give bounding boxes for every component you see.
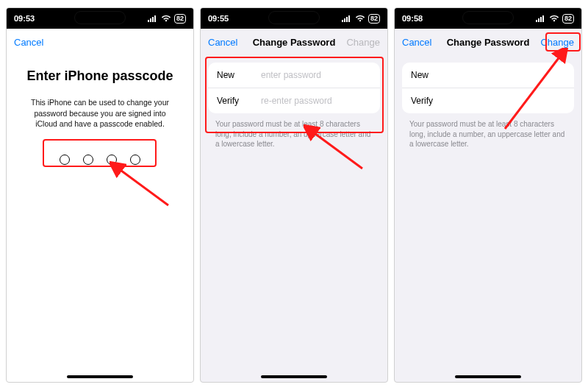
home-indicator[interactable] — [67, 375, 133, 378]
battery-icon: 82 — [174, 14, 186, 24]
new-password-label: New — [411, 70, 455, 80]
password-form: New Verify — [402, 63, 574, 113]
status-bar: 09:58 82 — [395, 8, 581, 29]
wifi-icon — [355, 15, 365, 22]
screen-enter-passcode: 09:53 82 Cancel Enter iPhone passcode Th… — [6, 7, 194, 383]
signal-icon — [536, 15, 546, 22]
status-bar: 09:53 82 — [7, 8, 193, 29]
svg-rect-12 — [540, 17, 542, 22]
status-right: 82 — [342, 14, 380, 24]
password-form: New enter password Verify re-enter passw… — [208, 63, 380, 113]
passcode-dot-2 — [83, 155, 93, 165]
cancel-button[interactable]: Cancel — [208, 37, 252, 48]
svg-rect-0 — [148, 20, 149, 22]
battery-icon: 82 — [562, 14, 574, 24]
svg-rect-1 — [150, 18, 151, 22]
new-password-row[interactable]: New enter password — [208, 63, 380, 88]
passcode-dots[interactable] — [18, 150, 182, 169]
svg-rect-13 — [542, 15, 544, 22]
svg-rect-6 — [344, 18, 345, 22]
svg-rect-5 — [342, 20, 343, 22]
signal-icon — [342, 15, 352, 22]
svg-rect-8 — [348, 15, 350, 22]
notch — [74, 11, 126, 24]
cancel-button[interactable]: Cancel — [14, 37, 58, 48]
change-button[interactable]: Change — [336, 37, 380, 48]
screen-change-password-empty: 09:55 82 Cancel Change Password Change N… — [200, 7, 388, 383]
home-indicator[interactable] — [455, 375, 521, 378]
page-title: Change Password — [446, 37, 530, 48]
screen-change-password-ready: 09:58 82 Cancel Change Password Change N… — [394, 7, 582, 383]
verify-password-label: Verify — [217, 96, 261, 106]
svg-rect-3 — [154, 15, 156, 22]
nav-bar: Cancel — [7, 29, 193, 55]
svg-rect-11 — [538, 18, 539, 22]
passcode-dot-1 — [60, 155, 70, 165]
nav-bar: Cancel Change Password Change — [395, 29, 581, 55]
notch — [268, 11, 320, 24]
verify-password-field[interactable]: re-enter password — [261, 96, 371, 106]
password-hint: Your password must be at least 8 charact… — [395, 116, 581, 149]
status-time: 09:58 — [402, 14, 431, 23]
passcode-desc: This iPhone can be used to change your p… — [18, 97, 182, 130]
notch — [462, 11, 514, 24]
new-password-row[interactable]: New — [402, 63, 574, 88]
verify-password-row[interactable]: Verify re-enter password — [208, 88, 380, 113]
passcode-dot-4 — [130, 155, 140, 165]
status-right: 82 — [536, 14, 574, 24]
nav-bar: Cancel Change Password Change — [201, 29, 387, 55]
passcode-dot-3 — [107, 155, 117, 165]
svg-rect-2 — [152, 17, 154, 22]
wifi-icon — [161, 15, 171, 22]
new-password-field[interactable]: enter password — [261, 70, 371, 80]
password-hint: Your password must be at least 8 charact… — [201, 116, 387, 149]
status-time: 09:53 — [14, 14, 43, 23]
verify-password-row[interactable]: Verify — [402, 88, 574, 113]
verify-password-label: Verify — [411, 96, 455, 106]
status-bar: 09:55 82 — [201, 8, 387, 29]
signal-icon — [148, 15, 158, 22]
battery-icon: 82 — [368, 14, 380, 24]
page-title: Change Password — [252, 37, 336, 48]
status-time: 09:55 — [208, 14, 237, 23]
page-title: Enter iPhone passcode — [18, 68, 182, 84]
home-indicator[interactable] — [261, 375, 327, 378]
wifi-icon — [549, 15, 559, 22]
svg-rect-7 — [346, 17, 348, 22]
status-right: 82 — [148, 14, 186, 24]
change-button[interactable]: Change — [530, 37, 574, 48]
new-password-label: New — [217, 70, 261, 80]
cancel-button[interactable]: Cancel — [402, 37, 446, 48]
svg-rect-10 — [536, 20, 537, 22]
